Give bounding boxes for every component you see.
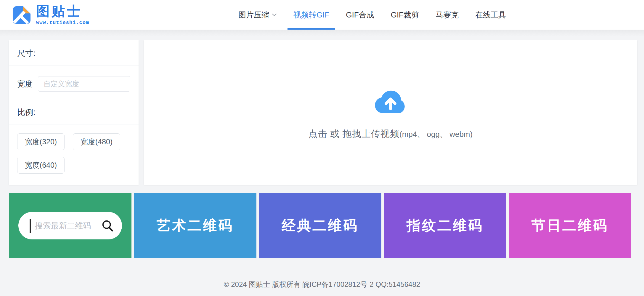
ratio-options: 宽度(320)宽度(480)宽度(640) [9, 124, 139, 183]
banner-label: 指纹二维码 [407, 216, 484, 235]
nav-item-image-compress[interactable]: 图片压缩 [230, 0, 285, 30]
ratio-button-640[interactable]: 宽度(640) [17, 157, 65, 174]
width-row: 宽度 [9, 65, 139, 92]
logo-icon [12, 6, 31, 24]
upload-hint-main: 点击 或 拖拽上传视频 [309, 129, 399, 139]
custom-width-input[interactable] [38, 76, 130, 92]
chevron-down-icon [272, 13, 277, 17]
nav-item-label: 视频转GIF [293, 10, 329, 20]
nav-item-label: 马赛克 [436, 10, 459, 20]
footer: © 2024 图贴士 版权所有 皖ICP备17002812号-2 QQ:5145… [0, 280, 644, 289]
main-nav: 图片压缩视频转GIFGIF合成GIF裁剪马赛克在线工具 [230, 0, 514, 30]
nav-item-label: GIF裁剪 [391, 10, 419, 20]
search-icon [101, 219, 114, 232]
banner-row: 搜索最新二维码艺术二维码经典二维码指纹二维码节日二维码 [9, 193, 631, 258]
copyright-text: © 2024 图贴士 版权所有 皖ICP备17002812号-2 QQ:5145… [224, 280, 420, 288]
banner-label: 节日二维码 [531, 216, 608, 235]
banner-label: 艺术二维码 [157, 216, 234, 235]
upload-hint: 点击 或 拖拽上传视频(mp4、 ogg、 webm) [309, 128, 473, 140]
nav-item-online-tools[interactable]: 在线工具 [467, 0, 514, 30]
size-section-title: 尺寸: [9, 40, 139, 65]
logo-text: 图贴士 www.tutieshi.com [36, 4, 89, 25]
nav-item-label: 图片压缩 [238, 10, 269, 20]
banner-art[interactable]: 艺术二维码 [134, 193, 256, 258]
qr-search-input[interactable]: 搜索最新二维码 [18, 212, 122, 239]
upload-hint-formats: (mp4、 ogg、 webm) [399, 130, 473, 139]
page: 图贴士 www.tutieshi.com 图片压缩视频转GIFGIF合成GIF裁… [0, 0, 644, 296]
ratio-section-title: 比例: [9, 99, 139, 124]
banner-classic[interactable]: 经典二维码 [259, 193, 381, 258]
text-caret [30, 219, 31, 233]
upload-dropzone[interactable]: 点击 或 拖拽上传视频(mp4、 ogg、 webm) [144, 40, 637, 185]
banner-label: 经典二维码 [282, 216, 359, 235]
brand-name: 图贴士 [36, 4, 89, 18]
nav-item-video-to-gif[interactable]: 视频转GIF [285, 0, 338, 30]
nav-item-gif-crop[interactable]: GIF裁剪 [383, 0, 427, 30]
brand-logo[interactable]: 图贴士 www.tutieshi.com [12, 4, 89, 25]
nav-item-gif-compose[interactable]: GIF合成 [338, 0, 382, 30]
ratio-button-320[interactable]: 宽度(320) [17, 133, 65, 150]
nav-item-label: GIF合成 [346, 10, 374, 20]
banner-fingerprint[interactable]: 指纹二维码 [384, 193, 506, 258]
qr-search-banner: 搜索最新二维码 [9, 193, 131, 258]
settings-sidebar: 尺寸: 宽度 比例: 宽度(320)宽度(480)宽度(640) [9, 40, 139, 185]
nav-item-label: 在线工具 [475, 10, 506, 20]
banner-festival[interactable]: 节日二维码 [509, 193, 631, 258]
width-label: 宽度 [17, 79, 33, 89]
brand-domain: www.tutieshi.com [36, 20, 89, 25]
ratio-button-480[interactable]: 宽度(480) [73, 133, 120, 150]
nav-item-mosaic[interactable]: 马赛克 [427, 0, 467, 30]
cloud-upload-icon [371, 85, 410, 115]
qr-search-placeholder: 搜索最新二维码 [35, 220, 98, 231]
header: 图贴士 www.tutieshi.com 图片压缩视频转GIFGIF合成GIF裁… [0, 0, 644, 30]
